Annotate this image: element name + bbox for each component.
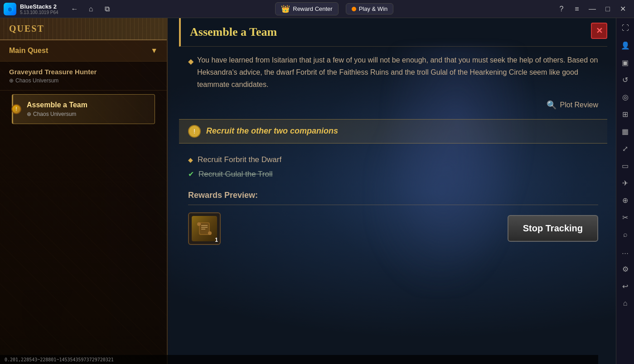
- svg-point-9: [208, 231, 212, 235]
- titlebar-right: ? ≡ — □ ✕: [554, 2, 634, 16]
- quest-detail-panel: ✕ Assemble a Team ◆ You have learned fro…: [170, 18, 616, 364]
- sidebar-resize-button[interactable]: ⤢: [617, 140, 634, 157]
- quest-item-assemble-wrapper: ! Assemble a Team ⊕ Chaos Universum: [0, 91, 167, 128]
- coords-bar: 0.201,228543~228801~14535435973729720321: [0, 355, 598, 364]
- quest-item-2-title: Assemble a Team: [27, 101, 145, 109]
- sidebar-controller-button[interactable]: ⊕: [617, 192, 634, 208]
- sidebar-target-button[interactable]: ◎: [617, 89, 634, 105]
- sidebar-expand-button[interactable]: ⛶: [617, 20, 634, 36]
- main-quest-selector[interactable]: Main Quest ▼: [0, 40, 167, 62]
- reward-count: 1: [215, 237, 218, 243]
- svg-rect-4: [200, 223, 209, 234]
- home-nav-button[interactable]: ⌂: [84, 2, 98, 16]
- quest-close-button[interactable]: ✕: [591, 23, 607, 39]
- quest-panel-title: Quest: [9, 24, 44, 34]
- reward-scroll-svg: [195, 220, 213, 238]
- sidebar-display-button[interactable]: ▣: [617, 54, 634, 71]
- main-content: Quest Main Quest ▼ Graveyard Treasure Hu…: [0, 18, 616, 364]
- rewards-title: Rewards Preview:: [188, 191, 598, 200]
- svg-point-8: [197, 222, 201, 226]
- reward-center-button[interactable]: 👑 Reward Center: [275, 2, 338, 15]
- objective-bullet-icon-1: ◆: [188, 156, 193, 163]
- quest-header: Quest: [0, 18, 167, 40]
- reward-scroll-inner: [192, 216, 217, 241]
- quest-item-1-title: Graveyard Treasure Hunter: [9, 68, 158, 76]
- quest-description-text: You have learned from Isitarian that jus…: [197, 54, 598, 91]
- location-pin-icon: ⊕: [9, 77, 14, 84]
- objectives-title: Recruit the other two companions: [206, 126, 338, 136]
- sidebar-sync-button[interactable]: ↺: [617, 72, 634, 88]
- close-x-icon: ✕: [596, 26, 603, 36]
- plot-review-label: Plot Review: [560, 101, 598, 109]
- app-version: 5.13.100.1019 P64: [20, 10, 58, 15]
- plot-review-button[interactable]: 🔍 Plot Review: [188, 100, 598, 110]
- quest-description-bullet: ◆ You have learned from Isitarian that j…: [188, 54, 598, 91]
- main-quest-label: Main Quest: [9, 47, 48, 55]
- quest-detail-title: Assemble a Team: [190, 25, 598, 39]
- help-button[interactable]: ?: [554, 2, 569, 16]
- bluestacks-logo: [4, 3, 16, 15]
- titlebar-center: 👑 Reward Center Play & Win: [275, 2, 393, 15]
- objective-list: ◆ Recruit Forbrit the Dwarf ✔ Recruit Gu…: [188, 153, 598, 182]
- coordinates-text: 0.201,228543~228801~14535435973729720321: [5, 357, 114, 362]
- sidebar-more-button[interactable]: …: [617, 244, 634, 260]
- sidebar-home-button[interactable]: ⌂: [617, 295, 634, 311]
- objective-item-1: ◆ Recruit Forbrit the Dwarf: [188, 153, 598, 167]
- play-win-dot-icon: [352, 7, 356, 11]
- sidebar-search-button[interactable]: ⌕: [617, 226, 634, 243]
- right-sidebar: ⛶ 👤 ▣ ↺ ◎ ⊞ ▦ ⤢ ▭ ✈ ⊕ ✂ ⌕ … ⚙ ↩ ⌂: [616, 18, 634, 364]
- sidebar-back-button[interactable]: ↩: [617, 278, 634, 294]
- sidebar-folder-button[interactable]: ▭: [617, 158, 634, 174]
- quest-panel: Quest Main Quest ▼ Graveyard Treasure Hu…: [0, 18, 168, 364]
- objective-check-icon-2: ✔: [188, 170, 194, 178]
- reward-crown-icon: 👑: [281, 5, 290, 13]
- sidebar-chart-button[interactable]: ▦: [617, 123, 634, 139]
- rewards-section: Rewards Preview:: [188, 191, 598, 245]
- restore-button[interactable]: □: [600, 2, 615, 16]
- quest-item-1-location: ⊕ Chaos Universum: [9, 77, 158, 84]
- plot-review-search-icon: 🔍: [547, 100, 557, 110]
- objective-item-2: ✔ Recruit Gulal the Troll: [188, 167, 598, 182]
- quest-chevron-icon: ▼: [150, 47, 158, 55]
- sidebar-scissors-button[interactable]: ✂: [617, 209, 634, 225]
- quest-description: ◆ You have learned from Isitarian that j…: [188, 54, 598, 91]
- sidebar-airplane-button[interactable]: ✈: [617, 175, 634, 191]
- titlebar: BlueStacks 2 5.13.100.1019 P64 ← ⌂ ⧉ 👑 R…: [0, 0, 634, 18]
- objective-warning-icon: !: [188, 125, 201, 138]
- sidebar-grid-button[interactable]: ⊞: [617, 106, 634, 122]
- rewards-divider: [188, 205, 598, 205]
- titlebar-left: BlueStacks 2 5.13.100.1019 P64 ← ⌂ ⧉: [0, 2, 115, 16]
- quest-item-2-location: ⊕ Chaos Universum: [27, 111, 145, 117]
- location-pin-icon-2: ⊕: [27, 111, 31, 117]
- bullet-diamond-icon: ◆: [188, 55, 194, 67]
- objective-1-text: Recruit Forbrit the Dwarf: [198, 155, 281, 164]
- play-win-button[interactable]: Play & Win: [346, 3, 394, 14]
- objectives-section: ! Recruit the other two companions: [179, 119, 607, 144]
- app-name: BlueStacks 2: [20, 3, 58, 10]
- objective-2-text: Recruit Gulal the Troll: [198, 170, 272, 179]
- titlebar-nav: ← ⌂ ⧉: [68, 2, 115, 16]
- app-info: BlueStacks 2 5.13.100.1019 P64: [20, 3, 58, 15]
- quest-item-assemble[interactable]: ! Assemble a Team ⊕ Chaos Universum: [12, 94, 155, 124]
- menu-button[interactable]: ≡: [570, 2, 584, 16]
- play-win-label: Play & Win: [359, 5, 388, 12]
- reward-center-label: Reward Center: [293, 5, 332, 12]
- multi-instance-button[interactable]: ⧉: [100, 2, 115, 16]
- close-button[interactable]: ✕: [616, 2, 630, 16]
- sidebar-user-button[interactable]: 👤: [617, 37, 634, 53]
- stop-tracking-button[interactable]: Stop Tracking: [508, 215, 598, 242]
- reward-item-1: 1: [188, 212, 221, 245]
- rewards-grid: 1 Stop Tracking: [188, 212, 598, 245]
- quest-active-warning-icon: !: [11, 104, 21, 114]
- quest-name-header: Assemble a Team: [179, 18, 607, 47]
- back-nav-button[interactable]: ←: [68, 2, 82, 16]
- sidebar-settings-button[interactable]: ⚙: [617, 261, 634, 277]
- minimize-button[interactable]: —: [585, 2, 600, 16]
- quest-item-graveyard[interactable]: Graveyard Treasure Hunter ⊕ Chaos Univer…: [0, 62, 167, 91]
